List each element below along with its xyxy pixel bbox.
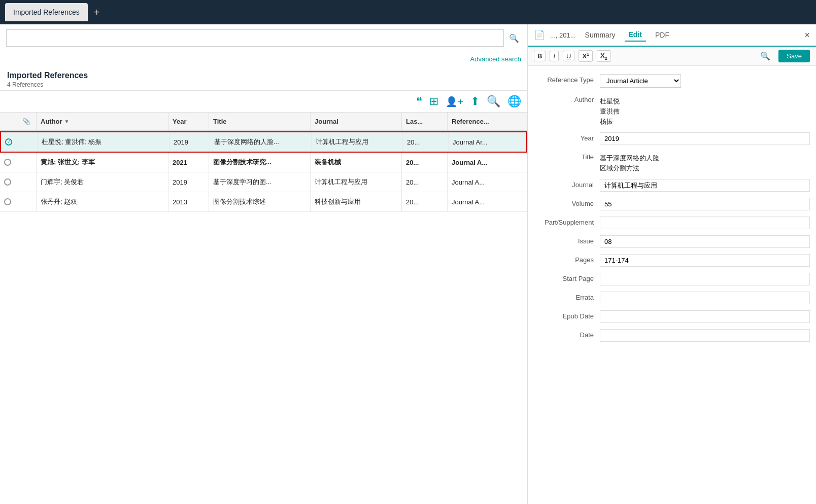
col-year[interactable]: Year [168,113,209,130]
document-icon: 📄 [534,29,545,41]
add-person-icon[interactable]: 👤+ [446,96,463,107]
volume-input[interactable] [600,198,810,210]
row-check-icon [5,138,12,146]
ref-type-select[interactable]: Journal ArticleBookConference Proceeding… [600,74,681,88]
breadcrumb-tab[interactable]: ..., 201... [550,31,576,39]
export-icon[interactable]: ⬆ [470,95,480,108]
search-field-icon[interactable]: 🔍 [760,51,770,61]
close-button[interactable]: × [804,30,810,41]
find-full-text-icon[interactable]: 🔍 [487,95,500,108]
issue-input[interactable] [600,235,810,248]
row-journal: 计算机工程与应用 [311,172,402,192]
right-top-bar: 📄 ..., 201... Summary Edit PDF × [528,24,816,47]
search-icon[interactable]: 🔍 [507,31,521,45]
year-label: Year [534,132,600,142]
start-page-input[interactable] [600,273,810,285]
search-bar: 🔍 [0,24,527,52]
save-button[interactable]: Save [778,50,810,62]
title-row: Title 基于深度网络的人脸区域分割方法 [528,148,816,176]
row-year: 2013 [168,192,209,211]
start-page-row: Start Page [528,270,816,289]
part-label: Part/Supplement [534,217,600,226]
table-toolbar: ❝ ⊞ 👤+ ⬆ 🔍 🌐 [0,91,527,113]
title-label: Title [534,151,600,161]
list-title: Imported References [7,71,520,80]
col-author[interactable]: Author ▼ [37,113,168,130]
volume-label: Volume [534,198,600,207]
underline-button[interactable]: U [563,51,574,61]
row-status [0,153,18,172]
row-status [0,172,18,192]
row-author: 张丹丹; 赵双 [37,192,168,211]
journal-row: Journal [528,176,816,195]
row-attach [19,132,38,152]
journal-input[interactable] [600,179,810,192]
quote-icon[interactable]: ❝ [416,95,422,108]
reference-table: 📎 Author ▼ Year Title Journal Las... [0,113,527,504]
row-author: 杜星悦; 董洪伟; 杨振 [38,132,169,152]
tab-pdf[interactable]: PDF [651,29,673,41]
row-author: 门辉宇; 吴俊君 [37,172,168,192]
ref-type-row: Reference Type Journal ArticleBookConfer… [528,71,816,91]
row-title: 图像分割技术综述 [209,192,311,211]
tab-label: Imported References [13,8,80,16]
year-input[interactable] [600,132,810,145]
epub-date-input[interactable] [600,310,810,323]
col-attach: 📎 [18,113,37,130]
row-attach [18,172,37,192]
row-reftype: Journal A... [448,192,527,211]
row-year: 2021 [168,153,209,172]
year-row: Year [528,129,816,148]
italic-button[interactable]: I [550,51,559,61]
table-row[interactable]: 黄旭; 张世义; 李军 2021 图像分割技术研究... 装备机械 20... … [0,153,527,172]
globe-icon[interactable]: 🌐 [507,95,521,108]
advanced-search-link[interactable]: Advanced search [0,52,527,66]
pages-input[interactable] [600,254,810,267]
row-status [0,192,18,211]
col-last[interactable]: Las... [402,113,448,130]
row-status [1,132,19,152]
tab-summary[interactable]: Summary [581,29,620,41]
row-title: 基于深度学习的图... [209,172,311,192]
tab-imported-references[interactable]: Imported References [5,3,88,21]
errata-input[interactable] [600,292,810,304]
row-journal: 计算机工程与应用 [312,132,403,152]
right-panel: 📄 ..., 201... Summary Edit PDF × B I U X… [528,24,816,504]
detail-form: Reference Type Journal ArticleBookConfer… [528,66,816,504]
row-reftype: Journal A... [448,153,527,172]
epub-date-row: Epub Date [528,307,816,326]
list-header: Imported References 4 References [0,66,527,91]
row-attach [18,153,37,172]
row-title: 基于深度网络的人脸... [210,132,312,152]
col-reftype[interactable]: Reference... [448,113,527,130]
part-input[interactable] [600,217,810,229]
col-title[interactable]: Title [209,113,311,130]
row-last: 20... [402,172,448,192]
author-label: Author [534,95,600,103]
row-title: 图像分割技术研究... [209,153,311,172]
superscript-button[interactable]: X1 [579,50,593,61]
col-journal[interactable]: Journal [311,113,402,130]
table-row[interactable]: 张丹丹; 赵双 2013 图像分割技术综述 科技创新与应用 20... Jour… [0,192,527,212]
date-label: Date [534,329,600,339]
table-row[interactable]: 杜星悦; 董洪伟; 杨振 2019 基于深度网络的人脸... 计算机工程与应用 … [0,131,527,153]
search-input[interactable] [6,29,504,47]
subscript-button[interactable]: X2 [597,50,611,62]
row-journal: 装备机械 [311,153,402,172]
row-reftype: Journal A... [448,172,527,192]
row-circle-icon [4,198,11,205]
bold-button[interactable]: B [534,51,546,61]
tab-edit[interactable]: Edit [625,28,646,42]
col-status [0,113,18,130]
row-year: 2019 [168,172,209,192]
pages-label: Pages [534,254,600,264]
errata-row: Errata [528,289,816,307]
row-circle-icon [4,178,11,186]
table-row[interactable]: 门辉宇; 吴俊君 2019 基于深度学习的图... 计算机工程与应用 20...… [0,172,527,192]
date-input[interactable] [600,329,810,342]
add-reference-icon[interactable]: ⊞ [429,95,438,108]
pages-row: Pages [528,251,816,270]
date-row: Date [528,326,816,345]
tab-add-button[interactable]: + [90,7,104,18]
title-value: 基于深度网络的人脸区域分割方法 [600,151,810,173]
